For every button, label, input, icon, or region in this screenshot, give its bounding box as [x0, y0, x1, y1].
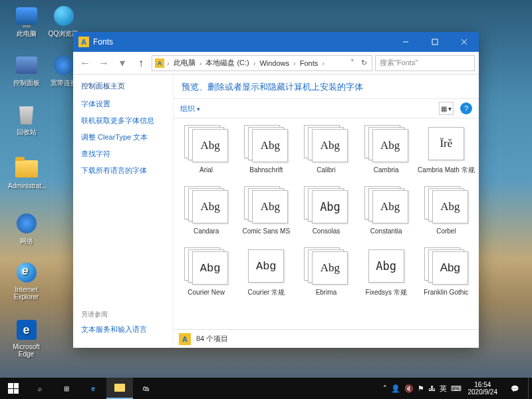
sidebar-also-label: 另请参阅 [81, 310, 165, 319]
font-item[interactable]: AbgConstantia [356, 185, 416, 243]
svg-rect-0 [432, 39, 438, 45]
address-bar[interactable]: A › 此电脑 › 本地磁盘 (C:) › Windows › Fonts › … [152, 55, 372, 71]
fonts-app-icon: A [78, 37, 89, 47]
status-count: 84 个项目 [196, 334, 228, 344]
sidebar-also-link[interactable]: 文本服务和输入语言 [81, 325, 165, 334]
sidebar-link[interactable]: 下载所有语言的字体 [81, 166, 165, 176]
view-mode-button[interactable]: ▦ ▾ [439, 102, 454, 115]
action-center-button[interactable]: 💬 [501, 378, 528, 399]
tray-ime-icon[interactable]: 英 [440, 384, 447, 394]
font-name-label: Corbel [418, 227, 475, 242]
sidebar-home-link[interactable]: 控制面板主页 [81, 81, 165, 91]
help-button[interactable]: ? [460, 102, 472, 114]
start-button[interactable] [0, 378, 27, 399]
font-grid: AbgArialAbgBahnschriftAbgCalibriAbgCambr… [174, 118, 479, 329]
font-item[interactable]: AbgCorbel [416, 185, 476, 243]
nav-forward-button[interactable]: → [96, 55, 112, 71]
font-name-label: Cambria [358, 166, 415, 181]
page-heading: 预览、删除或者显示和隐藏计算机上安装的字体 [174, 74, 479, 98]
font-item[interactable]: ÏrĕCambria Math 常规 [416, 124, 476, 182]
font-item[interactable]: AbgCandara [176, 185, 236, 243]
tray-volume-icon[interactable]: 🔇 [404, 384, 414, 393]
system-tray: ˄ 👤 🔇 ⚑ 🖧 英 ⌨ [380, 384, 464, 394]
breadcrumb-item[interactable]: Windows [258, 59, 291, 67]
tray-people-icon[interactable]: 👤 [391, 384, 400, 393]
nav-back-button[interactable]: ← [77, 55, 93, 71]
sidebar-link[interactable]: 字体设置 [81, 99, 165, 109]
window-title: Fonts [93, 37, 113, 47]
main-pane: 预览、删除或者显示和隐藏计算机上安装的字体 组织 ▦ ▾ ? AbgArialA… [173, 74, 479, 348]
taskbar-store[interactable]: 🛍 [133, 378, 160, 399]
font-item[interactable]: AbgEbrima [296, 246, 356, 305]
font-name-label: Arial [178, 166, 235, 181]
desktop-icon-recycle[interactable]: 回收站 [8, 102, 45, 137]
font-item[interactable]: AbgCambria [356, 124, 416, 182]
desktop-icon-net[interactable]: 网络 [8, 211, 45, 246]
taskbar-explorer[interactable] [106, 378, 133, 399]
font-name-label: Consolas [297, 227, 354, 242]
font-item[interactable]: AbgArial [176, 124, 236, 182]
font-item[interactable]: AbgFranklin Gothic [416, 246, 476, 305]
sidebar-link[interactable]: 联机获取更多字体信息 [81, 116, 165, 126]
address-dropdown-button[interactable]: ˅ [348, 59, 356, 67]
font-item[interactable]: AbgCourier 常规 [236, 246, 296, 305]
minimize-button[interactable] [391, 32, 420, 52]
address-refresh-button[interactable]: ↻ [359, 59, 369, 67]
maximize-button[interactable] [420, 32, 450, 52]
desktop-icon-folder-user[interactable]: Administrat... [8, 157, 45, 190]
font-name-label: Bahnschrift [237, 166, 295, 181]
font-name-label: Courier New [178, 289, 235, 303]
task-view-button[interactable]: ⊞ [53, 378, 80, 399]
breadcrumb-item[interactable]: 此电脑 [172, 58, 197, 68]
font-item[interactable]: AbgBahnschrift [236, 124, 296, 182]
close-button[interactable] [450, 32, 479, 52]
font-name-label: Courier 常规 [237, 289, 295, 303]
nav-up-button[interactable]: ↑ [133, 55, 149, 71]
font-name-label: Comic Sans MS [237, 227, 295, 242]
font-item[interactable]: AbgConsolas [296, 185, 356, 243]
font-item[interactable]: AbgFixedsys 常规 [356, 246, 416, 305]
sidebar-link[interactable]: 调整 ClearType 文本 [81, 132, 165, 142]
font-name-label: Cambria Math 常规 [418, 166, 475, 181]
taskbar-edge[interactable]: e [80, 378, 106, 399]
desktop-icon-computer[interactable]: 此电脑 [8, 4, 45, 39]
tray-shield-icon[interactable]: ⚑ [418, 384, 424, 393]
font-name-label: Constantia [358, 227, 415, 242]
breadcrumb-item[interactable]: 本地磁盘 (C:) [204, 58, 250, 68]
status-icon: A [179, 333, 191, 345]
tray-up-icon[interactable]: ˄ [383, 384, 387, 393]
status-bar: A 84 个项目 [174, 329, 479, 348]
tray-keyboard-icon[interactable]: ⌨ [451, 384, 462, 393]
font-name-label: Calibri [297, 166, 354, 181]
search-input[interactable]: 搜索"Fonts" [375, 55, 475, 71]
tray-network-icon[interactable]: 🖧 [428, 384, 436, 392]
breadcrumb-item[interactable]: Fonts [299, 59, 320, 67]
titlebar[interactable]: A Fonts [73, 32, 479, 52]
font-item[interactable]: AbgComic Sans MS [236, 185, 296, 243]
font-name-label: Franklin Gothic [418, 289, 475, 303]
taskbar-clock[interactable]: 16:54 2020/9/24 [464, 381, 502, 396]
font-name-label: Ebrima [297, 289, 354, 303]
organize-menu[interactable]: 组织 [180, 104, 200, 114]
command-bar: 组织 ▦ ▾ ? [174, 98, 479, 118]
fonts-window: A Fonts ← → ▾ ↑ A › 此电脑 › 本地磁盘 (C:) › Wi… [73, 32, 479, 348]
search-button[interactable]: ⌕ [27, 378, 53, 399]
fonts-path-icon: A [155, 59, 164, 68]
sidebar: 控制面板主页 字体设置联机获取更多字体信息调整 ClearType 文本查找字符… [73, 74, 173, 348]
desktop-icon-ctrl[interactable]: 控制面板 [8, 53, 45, 88]
font-name-label: Candara [178, 227, 235, 242]
sidebar-link[interactable]: 查找字符 [81, 149, 165, 159]
show-desktop-button[interactable] [528, 378, 532, 399]
font-item[interactable]: AbgCourier New [176, 246, 236, 305]
nav-toolbar: ← → ▾ ↑ A › 此电脑 › 本地磁盘 (C:) › Windows › … [73, 52, 479, 74]
font-item[interactable]: AbgCalibri [296, 124, 356, 182]
font-name-label: Fixedsys 常规 [358, 289, 415, 303]
desktop-icon-ie[interactable]: Internet Explorer [8, 261, 45, 301]
taskbar: ⌕ ⊞ e 🛍 ˄ 👤 🔇 ⚑ 🖧 英 ⌨ 16:54 2020/9/24 💬 [0, 378, 532, 399]
desktop-icon-edge[interactable]: eMicrosoft Edge [8, 318, 45, 358]
nav-recent-button[interactable]: ▾ [114, 55, 130, 71]
window-body: 控制面板主页 字体设置联机获取更多字体信息调整 ClearType 文本查找字符… [73, 74, 479, 348]
